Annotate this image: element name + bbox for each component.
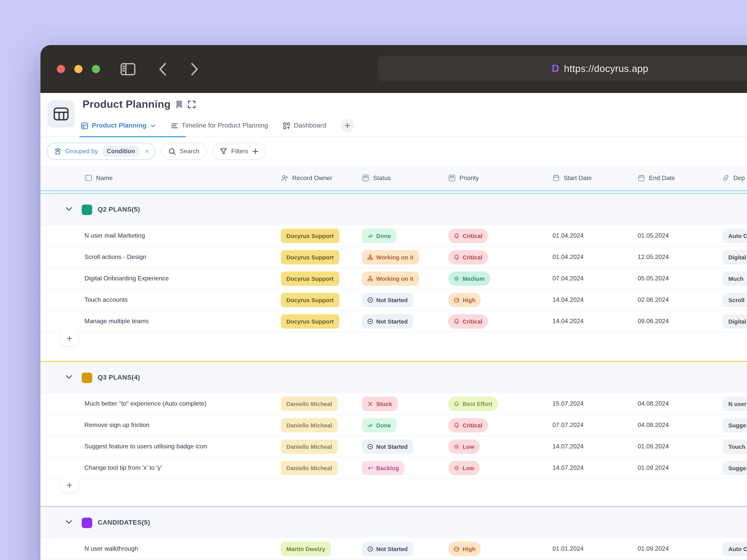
owner-badge[interactable]: Daniello Micheal — [281, 439, 337, 454]
dependency-cell[interactable]: N user — [722, 397, 747, 411]
dependency-badge[interactable]: Auto C — [722, 229, 747, 243]
record-owner-cell[interactable]: Martin Dwelzy — [281, 541, 362, 556]
grouped-by-value[interactable]: Condition — [102, 146, 140, 157]
dependency-badge[interactable]: Much — [722, 271, 747, 286]
chevron-down-icon[interactable] — [65, 517, 73, 528]
dependency-cell[interactable]: Auto C — [722, 229, 747, 243]
table-row[interactable]: Manage multiple teamsDocyrus SupportNot … — [41, 311, 747, 332]
status-cell[interactable]: Done — [362, 418, 448, 432]
priority-badge[interactable]: High — [448, 541, 481, 556]
task-name[interactable]: Suggest feature to users utilising badge… — [41, 443, 281, 450]
group-header[interactable]: Q3 PLANS(4) — [41, 362, 747, 393]
table-row[interactable]: Much better "to" experience (Auto comple… — [41, 393, 747, 415]
add-row-button[interactable] — [61, 478, 78, 492]
status-cell[interactable]: Not Started — [362, 293, 448, 307]
search-button[interactable]: Search — [161, 143, 207, 160]
priority-badge[interactable]: Critical — [448, 314, 488, 328]
priority-badge[interactable]: Critical — [448, 250, 488, 264]
task-name[interactable]: N user mail Marketing — [41, 232, 281, 239]
dependency-cell[interactable]: Touch — [722, 439, 747, 454]
start-date-cell[interactable]: 01.04.2024 — [552, 232, 638, 239]
column-header-start-date[interactable]: Start Date — [552, 174, 638, 182]
table-row[interactable]: Suggest feature to users utilising badge… — [41, 436, 747, 457]
owner-badge[interactable]: Docyrus Support — [281, 229, 339, 243]
address-bar[interactable]: D https://docyrus.app — [378, 56, 747, 81]
owner-badge[interactable]: Docyrus Support — [281, 293, 339, 307]
task-name[interactable]: Touch accounts — [41, 296, 281, 303]
start-date-cell[interactable]: 01.01.2024 — [552, 545, 638, 552]
record-owner-cell[interactable]: Docyrus Support — [281, 293, 362, 307]
dependency-badge[interactable]: Auto C — [722, 541, 747, 556]
priority-badge[interactable]: Best Effort — [448, 397, 498, 411]
sidebar-toggle-icon[interactable] — [120, 62, 136, 76]
close-button[interactable] — [57, 65, 65, 73]
priority-badge[interactable]: Low — [448, 461, 480, 475]
zoom-button[interactable] — [92, 65, 100, 73]
remove-grouping-icon[interactable]: ✕ — [145, 148, 149, 154]
table-row[interactable]: N user walkthroughMartin DwelzyNot Start… — [41, 538, 747, 560]
group-header[interactable]: CANDIDATES(5) — [41, 507, 747, 538]
add-row-button[interactable] — [61, 332, 78, 346]
checkbox-icon[interactable] — [84, 174, 92, 182]
task-name[interactable]: Digital Onboarding Experience — [41, 275, 281, 282]
task-name[interactable]: Much better "to" experience (Auto comple… — [41, 400, 281, 407]
dependency-cell[interactable]: Digital — [722, 250, 747, 264]
table-row[interactable]: Digital Onboarding ExperienceDocyrus Sup… — [41, 268, 747, 289]
priority-badge[interactable]: High — [448, 293, 481, 307]
forward-icon[interactable] — [189, 62, 200, 76]
record-owner-cell[interactable]: Docyrus Support — [281, 250, 362, 264]
column-header-end-date[interactable]: End Date — [638, 174, 722, 182]
status-badge[interactable]: Not Started — [362, 293, 413, 307]
column-header-priority[interactable]: Priority — [448, 174, 552, 182]
record-owner-cell[interactable]: Daniello Micheal — [281, 461, 362, 475]
end-date-cell[interactable]: 02.06.2024 — [638, 296, 722, 303]
start-date-cell[interactable]: 14.07.2024 — [552, 443, 638, 450]
priority-cell[interactable]: Medium — [448, 271, 552, 286]
owner-badge[interactable]: Daniello Micheal — [281, 418, 337, 432]
status-cell[interactable]: Not Started — [362, 439, 448, 454]
priority-badge[interactable]: Low — [448, 439, 480, 454]
column-header-name[interactable]: Name — [41, 174, 281, 182]
end-date-cell[interactable]: 05.05.2024 — [638, 275, 722, 282]
record-owner-cell[interactable]: Daniello Micheal — [281, 418, 362, 432]
table-row[interactable]: Touch accountsDocyrus SupportNot Started… — [41, 289, 747, 311]
task-name[interactable]: Change tool tip from 'x' to 'y' — [41, 464, 281, 471]
minimize-button[interactable] — [74, 65, 82, 73]
column-header-status[interactable]: Status — [362, 174, 448, 182]
tab-dashboard[interactable]: Dashboard — [283, 122, 326, 130]
status-cell[interactable]: Backlog — [362, 461, 448, 475]
owner-badge[interactable]: Daniello Micheal — [281, 461, 337, 475]
dependency-cell[interactable]: Much — [722, 271, 747, 286]
status-badge[interactable]: Working on it — [362, 271, 419, 286]
task-name[interactable]: N user walkthrough — [41, 545, 281, 552]
bookmark-icon[interactable] — [175, 100, 183, 109]
priority-cell[interactable]: Low — [448, 461, 552, 475]
record-owner-cell[interactable]: Daniello Micheal — [281, 439, 362, 454]
status-badge[interactable]: Backlog — [362, 461, 405, 475]
start-date-cell[interactable]: 07.07.2024 — [552, 422, 638, 429]
end-date-cell[interactable]: 09.06.2024 — [638, 318, 722, 325]
table-row[interactable]: Remove sign up frictionDaniello MichealD… — [41, 415, 747, 436]
status-cell[interactable]: Not Started — [362, 541, 448, 556]
status-badge[interactable]: Not Started — [362, 314, 413, 328]
owner-badge[interactable]: Docyrus Support — [281, 314, 339, 328]
dependency-badge[interactable]: Sugge — [722, 461, 747, 475]
start-date-cell[interactable]: 14.04.2024 — [552, 296, 638, 303]
owner-badge[interactable]: Daniello Micheal — [281, 397, 337, 411]
dependency-badge[interactable]: Sugge — [722, 418, 747, 432]
dependency-badge[interactable]: Scroll — [722, 293, 747, 307]
start-date-cell[interactable]: 14.07.2024 — [552, 464, 638, 471]
status-cell[interactable]: Done — [362, 229, 448, 243]
record-owner-cell[interactable]: Docyrus Support — [281, 271, 362, 286]
dependency-cell[interactable]: Sugge — [722, 461, 747, 475]
end-date-cell[interactable]: 01.09.2024 — [638, 464, 722, 471]
start-date-cell[interactable]: 14.04.2024 — [552, 318, 638, 325]
filters-button[interactable]: Filters — [213, 143, 266, 160]
end-date-cell[interactable]: 04.08.2024 — [638, 422, 722, 429]
status-badge[interactable]: Not Started — [362, 439, 413, 454]
back-icon[interactable] — [158, 62, 168, 76]
group-header[interactable]: Q2 PLANS(5) — [41, 194, 747, 225]
table-row[interactable]: Change tool tip from 'x' to 'y'Daniello … — [41, 457, 747, 479]
status-badge[interactable]: Done — [362, 418, 396, 432]
priority-cell[interactable]: High — [448, 293, 552, 307]
